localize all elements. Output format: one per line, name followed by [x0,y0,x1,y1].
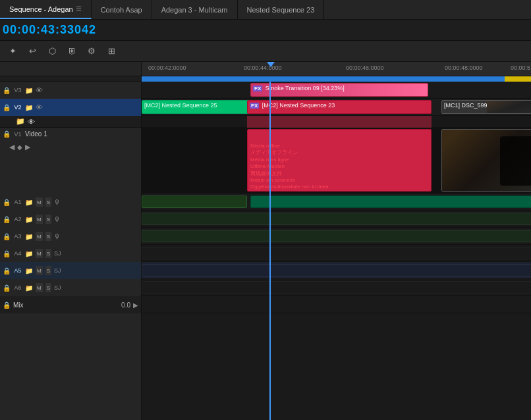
track-label-v3: 🔒 V3 📁 👁 [0,82,142,99]
tab-adegan3[interactable]: Adegan 3 - Multicam [152,0,238,19]
folder-icon-a6[interactable]: 📁 [25,284,33,292]
solo-a1[interactable]: S [45,197,51,207]
clip-a2[interactable] [142,213,531,225]
lock-icon-a6[interactable]: 🔒 [3,284,11,292]
offline-text-overlay: Media offline メディアオフライン Média hors ligne… [250,143,336,192]
mix-expand-icon[interactable]: ▶ [133,302,138,309]
clip-a4[interactable] [142,247,531,259]
folder-icon-a4[interactable]: 📁 [25,250,33,257]
track-label-mix: 🔒 Mix 0.0 ▶ [0,296,142,313]
tab-label: Nested Sequence 23 [247,6,315,14]
track-row-v2-sub [142,116,531,128]
solo-a6[interactable]: S [45,283,51,292]
track-label-a6: 🔒 A6 📁 M S SJ [0,279,142,296]
clip-dsc-video[interactable]: [MC1] DSC_5993.MOV [441,100,531,114]
next-frame-btn[interactable]: ▶ [25,143,30,151]
sub-folder-icon[interactable]: 📁 [16,117,25,126]
folder-icon-a3[interactable]: 📁 [25,233,33,240]
lock-icon-a1[interactable]: 🔒 [3,199,11,206]
track-content-a4 [142,245,531,262]
folder-icon-a1[interactable]: 📁 [25,199,33,206]
lock-icon-mix[interactable]: 🔒 [3,302,11,309]
mic-icon-a2: 🎙 [54,216,61,223]
clip-a5[interactable] [142,264,531,276]
mute-a6[interactable]: M [36,283,43,292]
folder-icon-a5[interactable]: 📁 [25,267,33,275]
lock-icon-a3[interactable]: 🔒 [3,233,11,240]
lock-icon-a2[interactable]: 🔒 [3,216,11,223]
clip-a1-main[interactable] [250,196,531,208]
solo-a4[interactable]: S [45,249,51,258]
sequence-bar [142,76,531,82]
clip-a6[interactable] [142,281,531,294]
mic-icon-a1: 🎙 [54,199,61,206]
fx-badge-nested23: FX [250,103,259,109]
tool-ripple[interactable]: ↩ [25,44,40,59]
folder-icon-a2[interactable]: 📁 [25,216,33,223]
clip-label-transition: FX Smoke Transition 09 [34.23%] [251,84,347,92]
track-label-v1: 🔒 V1 Video 1 ◀ ◆ ▶ [0,128,142,194]
mute-a4[interactable]: M [36,249,43,258]
track-label-v2: 🔒 V2 📁 👁 [0,99,142,116]
mute-a5[interactable]: M [36,266,43,275]
tab-sequence-adegan[interactable]: Sequence - Adegan ☰ [0,0,92,19]
mute-a3[interactable]: M [36,232,43,241]
sj-label-a5: SJ [54,267,61,274]
ruler-label-2: 00:00:44:0000 [244,65,282,71]
lock-icon-v2[interactable]: 🔒 [3,104,11,111]
track-labels-panel: 🔒 V3 📁 👁 🔒 V2 📁 👁 📁 👁 🔒 V1 Video 1 ◀ [0,62,142,420]
seq-bar-spacer [0,76,141,82]
toolbar: ✦ ↩ ⬡ ⛨ ⚙ ⊞ [0,41,531,62]
tab-contoh-asap[interactable]: Contoh Asap [92,0,152,19]
tab-menu-icon[interactable]: ☰ [76,5,82,13]
eye-icon-v3[interactable]: 👁 [36,86,43,94]
mic-icon-a3: 🎙 [54,233,61,240]
clip-v1-offline[interactable]: Media offline メディアオフライン Média hors ligne… [247,129,432,192]
ruler-label-4: 00:00:48:0000 [445,65,483,71]
clip-a3[interactable] [142,230,531,242]
solo-a3[interactable]: S [45,232,51,241]
sub-clip-region [247,116,432,128]
folder-icon-v2[interactable]: 📁 [25,104,33,111]
lock-icon-v1[interactable]: 🔒 [3,130,11,138]
track-content-mix [142,296,531,313]
tool-rolling[interactable]: ⬡ [45,44,59,59]
mix-value: 0.0 [121,302,130,309]
timecode-display[interactable]: 00:00:43:33042 [3,23,96,37]
lock-icon-a5[interactable]: 🔒 [3,267,11,275]
track-row-a1 [142,194,531,211]
lock-icon-a4[interactable]: 🔒 [3,250,11,257]
sub-eye-icon[interactable]: 👁 [28,118,35,126]
tool-selection[interactable]: ✦ [5,44,20,59]
track-content-v2-sub [142,116,531,128]
prev-frame-btn[interactable]: ◀ [9,143,14,151]
mute-a2[interactable]: M [36,215,43,224]
track-row-v3: FX Smoke Transition 09 [34.23%] [142,82,531,99]
fx-badge-transition: FX [253,86,262,92]
track-label-v2-sub: 📁 👁 [0,116,142,128]
track-row-v1: Media offline メディアオフライン Média hors ligne… [142,128,531,194]
mute-a1[interactable]: M [36,197,43,207]
tab-label: Sequence - Adegan [9,5,73,13]
track-label-a3: 🔒 A3 📁 M S 🎙 [0,228,142,245]
solo-a5[interactable]: S [45,266,51,275]
clip-a1-left[interactable] [142,196,247,208]
sequence-end-marker [505,76,531,82]
tab-nested-seq23[interactable]: Nested Sequence 23 [238,0,325,19]
tool-razor[interactable]: ⛨ [65,44,79,59]
folder-icon-v3[interactable]: 📁 [25,87,33,94]
lock-icon-v3[interactable]: 🔒 [3,87,11,94]
clip-smoke-transition[interactable]: FX Smoke Transition 09 [34.23%] [250,83,428,97]
solo-a2[interactable]: S [45,215,51,224]
tool-multicam[interactable]: ⊞ [104,44,119,59]
sequence-fill [142,76,505,82]
tool-slip[interactable]: ⚙ [84,44,99,59]
eye-icon-v2[interactable]: 👁 [36,103,43,111]
ruler-label-3: 00:00:46:0000 [346,65,384,71]
clip-nested-seq23[interactable]: FX [MC2] Nested Sequence 23 [247,100,432,114]
ruler[interactable]: 00:00:42:0000 00:00:44:0000 00:00:46:000… [142,62,531,76]
clip-v1-video[interactable] [441,129,531,192]
clip-nested-seq25[interactable]: [MC2] Nested Sequence 25 [142,100,257,114]
track-content-v3: FX Smoke Transition 09 [34.23%] [142,82,531,99]
ruler-label-5: 00:00:5 [511,65,530,71]
